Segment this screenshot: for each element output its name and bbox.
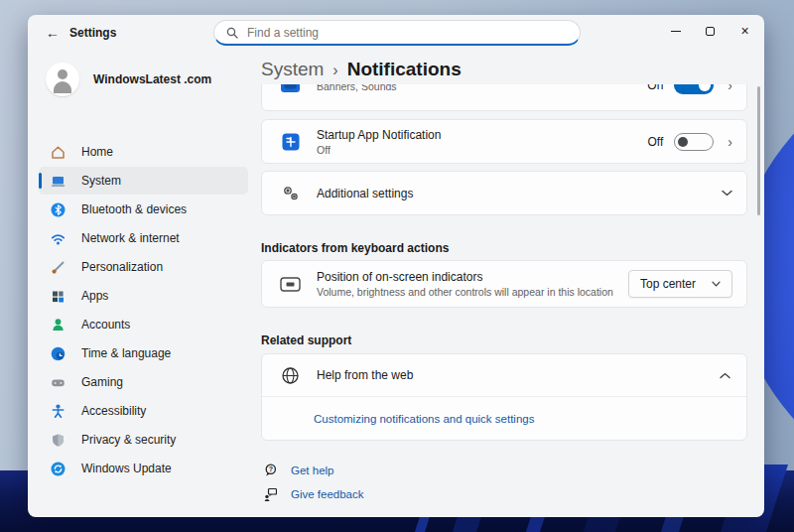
sidebar-item-label: Network & internet	[81, 231, 180, 245]
row-title: Startup App Notification	[317, 128, 648, 142]
breadcrumb-separator-icon: ›	[332, 62, 337, 79]
sidebar-item-privacy[interactable]: Privacy & security	[39, 426, 248, 454]
sidebar-item-system[interactable]: System	[39, 167, 248, 195]
notifications-row-clip: Banners, Sounds On ›	[261, 84, 747, 111]
position-dropdown[interactable]: Top center	[628, 270, 732, 298]
windows-update-icon	[50, 461, 66, 477]
accounts-icon	[50, 317, 66, 333]
globe-icon	[280, 366, 301, 385]
sidebar-item-label: Gaming	[81, 375, 123, 389]
desktop-wallpaper: ← Settings × WindowsLatest .com Home	[0, 0, 794, 532]
personalization-icon	[50, 259, 66, 276]
sidebar-item-accounts[interactable]: Accounts	[39, 311, 248, 338]
breadcrumb-parent[interactable]: System	[261, 59, 324, 80]
startup-app-toggle[interactable]	[674, 133, 714, 151]
give-feedback-icon	[263, 487, 277, 501]
row-subtitle: Off	[317, 144, 648, 156]
network-icon	[50, 230, 66, 247]
chevron-up-icon	[720, 372, 730, 379]
notifications-toggle[interactable]	[674, 84, 714, 94]
accessibility-icon	[50, 403, 66, 420]
sidebar-item-label: Privacy & security	[81, 433, 176, 447]
give-feedback-link[interactable]: Give feedback	[263, 487, 364, 501]
sidebar-item-label: Home	[81, 145, 113, 159]
row-title: Additional settings	[317, 187, 722, 200]
app-title: Settings	[69, 15, 116, 51]
row-title: Help from the web	[317, 368, 720, 382]
position-indicators-row: Position of on-screen indicators Volume,…	[261, 260, 747, 308]
sidebar-item-gaming[interactable]: Gaming	[39, 368, 248, 396]
sidebar: WindowsLatest .com Home System Bluetooth…	[28, 51, 259, 517]
sidebar-item-label: Windows Update	[81, 462, 172, 475]
row-title: Position of on-screen indicators	[317, 270, 628, 284]
back-arrow-icon: ←	[46, 25, 60, 41]
get-help-icon: ?	[263, 464, 277, 477]
sidebar-item-windows-update[interactable]: Windows Update	[39, 455, 248, 482]
sidebar-item-label: Personalization	[81, 260, 163, 274]
settings-window: ← Settings × WindowsLatest .com Home	[28, 15, 764, 517]
time-language-icon	[50, 345, 66, 362]
additional-settings-row[interactable]: Additional settings	[261, 171, 747, 215]
help-from-web-card: Help from the web Customizing notificati…	[261, 353, 747, 441]
sidebar-item-accessibility[interactable]: Accessibility	[39, 397, 248, 425]
breadcrumb: System › Notifications	[261, 59, 462, 80]
get-help-link[interactable]: ? Get help	[263, 464, 333, 477]
search-icon	[226, 27, 238, 39]
sidebar-item-label: Time & language	[81, 346, 171, 360]
scrollbar-thumb[interactable]	[757, 86, 760, 215]
notifications-bell-icon	[280, 84, 301, 96]
sidebar-item-label: System	[81, 174, 121, 188]
privacy-shield-icon	[50, 432, 66, 449]
sidebar-item-apps[interactable]: Apps	[39, 282, 248, 310]
sidebar-item-label: Accessibility	[81, 404, 146, 418]
account-name: WindowsLatest .com	[93, 72, 211, 86]
help-from-web-row[interactable]: Help from the web	[262, 354, 746, 397]
avatar	[46, 63, 79, 96]
on-screen-indicator-icon	[280, 277, 301, 292]
sidebar-item-network[interactable]: Network & internet	[39, 224, 248, 252]
toggle-state-label: Off	[648, 135, 664, 149]
sidebar-item-home[interactable]: Home	[39, 138, 248, 166]
chevron-down-icon	[712, 281, 721, 287]
dropdown-value: Top center	[640, 277, 696, 291]
help-link-customizing-notifications[interactable]: Customizing notifications and quick sett…	[314, 413, 534, 425]
bluetooth-icon	[50, 201, 66, 218]
startup-app-notification-row[interactable]: Startup App Notification Off Off ›	[261, 119, 747, 164]
gears-icon	[280, 184, 301, 203]
sidebar-item-label: Accounts	[81, 318, 130, 332]
user-account[interactable]: WindowsLatest .com	[46, 63, 211, 96]
sidebar-item-bluetooth[interactable]: Bluetooth & devices	[39, 196, 248, 223]
sidebar-item-personalization[interactable]: Personalization	[39, 253, 248, 281]
startup-app-icon	[280, 132, 301, 152]
sidebar-item-label: Bluetooth & devices	[81, 202, 187, 216]
sidebar-item-time-language[interactable]: Time & language	[39, 339, 248, 367]
main-pane: System › Notifications Banners, Sounds O…	[261, 15, 764, 517]
home-icon	[50, 144, 66, 161]
chevron-right-icon: ›	[728, 134, 732, 150]
chevron-down-icon	[722, 190, 732, 197]
notifications-row[interactable]: Banners, Sounds On ›	[261, 84, 747, 111]
row-subtitle: Banners, Sounds	[317, 84, 647, 92]
section-header-support: Related support	[261, 333, 351, 347]
svg-text:?: ?	[268, 466, 272, 472]
page-title: Notifications	[347, 59, 462, 80]
system-icon	[50, 173, 66, 190]
row-subtitle: Volume, brightness and other controls wi…	[317, 286, 628, 298]
chevron-right-icon: ›	[728, 84, 732, 93]
section-header-indicators: Indicators from keyboard actions	[261, 241, 449, 255]
back-button[interactable]: ←	[38, 18, 67, 48]
sidebar-item-label: Apps	[81, 289, 108, 303]
gaming-icon	[50, 374, 66, 391]
sidebar-nav: Home System Bluetooth & devices Network …	[39, 138, 248, 483]
toggle-state-label: On	[647, 84, 663, 92]
apps-icon	[50, 288, 66, 305]
